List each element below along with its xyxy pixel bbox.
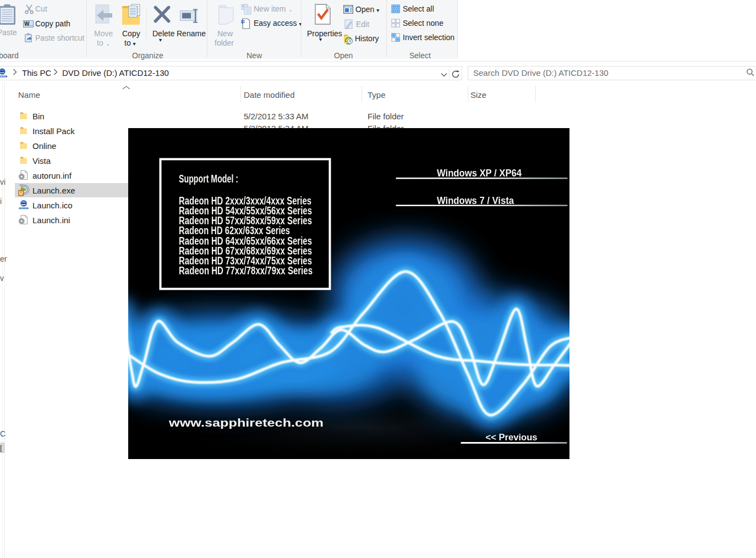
svg-text:Support Model :: Support Model : — [179, 173, 238, 185]
svg-text:Windows XP / XP64: Windows XP / XP64 — [437, 168, 522, 179]
svg-text:www.sapphiretech.com: www.sapphiretech.com — [168, 417, 324, 429]
svg-text:Radeon HD 77xx/78xx/79xx Serie: Radeon HD 77xx/78xx/79xx Series — [179, 264, 313, 277]
svg-text:...: ... — [29, 21, 34, 27]
svg-text:<< Previous: << Previous — [486, 433, 538, 442]
svg-text:Windows 7 / Vista: Windows 7 / Vista — [437, 195, 514, 206]
